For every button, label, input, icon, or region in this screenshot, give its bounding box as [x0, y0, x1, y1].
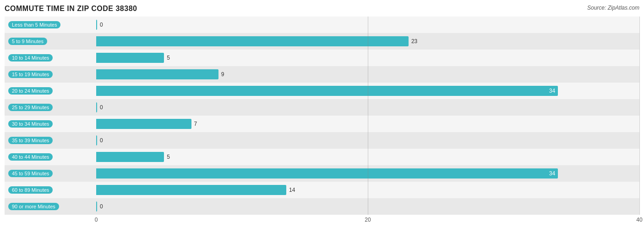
bar-value: 34: [549, 170, 555, 177]
x-axis-inner: 02040: [96, 217, 639, 226]
label-pill: 25 to 29 Minutes: [8, 104, 53, 111]
bar-fill: [96, 135, 97, 145]
bar-track: 0: [96, 99, 639, 116]
table-row: 20 to 24 Minutes34: [5, 83, 639, 99]
bar-track: 14: [96, 182, 639, 198]
bar-label: 10 to 14 Minutes: [5, 54, 96, 61]
bar-fill: [96, 36, 409, 46]
bars-area: Less than 5 Minutes05 to 9 Minutes2310 t…: [5, 17, 639, 215]
bar-track: 0: [96, 198, 639, 215]
label-pill: 60 to 89 Minutes: [8, 186, 53, 194]
x-tick: 40: [636, 217, 642, 223]
table-row: 40 to 44 Minutes5: [5, 149, 639, 165]
label-pill: 90 or more Minutes: [8, 203, 59, 210]
bar-label: 25 to 29 Minutes: [5, 104, 96, 111]
bar-value: 5: [167, 55, 170, 61]
bar-label: Less than 5 Minutes: [5, 21, 96, 28]
label-pill: 20 to 24 Minutes: [8, 87, 53, 95]
chart-body: Less than 5 Minutes05 to 9 Minutes2310 t…: [5, 17, 639, 226]
bar-label: 90 or more Minutes: [5, 203, 96, 210]
bar-value: 0: [100, 104, 103, 111]
grid-line: [639, 17, 640, 215]
bar-value: 14: [289, 187, 295, 193]
label-pill: 10 to 14 Minutes: [8, 54, 53, 61]
label-pill: 30 to 34 Minutes: [8, 120, 53, 128]
chart-container: COMMUTE TIME IN ZIP CODE 38380 Source: Z…: [0, 0, 644, 240]
bar-track: 7: [96, 116, 639, 132]
bar-fill: [96, 20, 97, 30]
bar-value: 0: [100, 137, 103, 144]
bar-fill: [96, 201, 97, 212]
bar-track: 34: [96, 83, 639, 99]
bar-label: 40 to 44 Minutes: [5, 153, 96, 161]
bar-track: 9: [96, 66, 639, 83]
chart-source: Source: ZipAtlas.com: [587, 5, 639, 11]
table-row: 45 to 59 Minutes34: [5, 165, 639, 182]
bar-track: 5: [96, 149, 639, 165]
bar-track: 0: [96, 132, 639, 149]
bar-label: 60 to 89 Minutes: [5, 186, 96, 194]
bar-track: 34: [96, 165, 639, 182]
bar-fill: [96, 102, 97, 112]
bar-fill: 34: [96, 86, 558, 96]
table-row: 60 to 89 Minutes14: [5, 182, 639, 198]
bar-label: 45 to 59 Minutes: [5, 170, 96, 177]
label-pill: 40 to 44 Minutes: [8, 153, 53, 161]
bar-label: 20 to 24 Minutes: [5, 87, 96, 95]
bar-value: 9: [221, 71, 224, 78]
bar-value: 5: [167, 154, 170, 160]
x-tick: 0: [95, 217, 98, 223]
table-row: 35 to 39 Minutes0: [5, 132, 639, 149]
bar-fill: [96, 119, 191, 129]
label-pill: 5 to 9 Minutes: [8, 38, 47, 45]
label-pill: 45 to 59 Minutes: [8, 170, 53, 177]
label-pill: 15 to 19 Minutes: [8, 71, 53, 78]
bar-value: 7: [194, 121, 197, 127]
bar-fill: [96, 152, 164, 162]
table-row: 15 to 19 Minutes9: [5, 66, 639, 83]
bar-label: 15 to 19 Minutes: [5, 71, 96, 78]
label-pill: 35 to 39 Minutes: [8, 137, 53, 144]
bar-label: 5 to 9 Minutes: [5, 38, 96, 45]
bar-track: 0: [96, 17, 639, 33]
table-row: 90 or more Minutes0: [5, 198, 639, 215]
bar-fill: [96, 185, 286, 195]
label-pill: Less than 5 Minutes: [8, 21, 60, 28]
bar-value: 0: [100, 203, 103, 210]
table-row: 5 to 9 Minutes23: [5, 33, 639, 50]
bar-track: 5: [96, 50, 639, 66]
bar-value: 0: [100, 22, 103, 28]
table-row: 25 to 29 Minutes0: [5, 99, 639, 116]
table-row: 10 to 14 Minutes5: [5, 50, 639, 66]
bar-fill: [96, 69, 218, 79]
chart-header: COMMUTE TIME IN ZIP CODE 38380 Source: Z…: [5, 5, 639, 13]
x-axis: 02040: [5, 217, 639, 226]
bar-label: 35 to 39 Minutes: [5, 137, 96, 144]
bar-track: 23: [96, 33, 639, 50]
bar-fill: 34: [96, 168, 558, 179]
chart-title: COMMUTE TIME IN ZIP CODE 38380: [5, 5, 137, 13]
bar-label: 30 to 34 Minutes: [5, 120, 96, 128]
bar-value: 34: [549, 88, 555, 94]
bar-fill: [96, 53, 164, 63]
table-row: Less than 5 Minutes0: [5, 17, 639, 33]
x-tick: 20: [365, 217, 371, 223]
bar-value: 23: [411, 38, 417, 45]
table-row: 30 to 34 Minutes7: [5, 116, 639, 132]
